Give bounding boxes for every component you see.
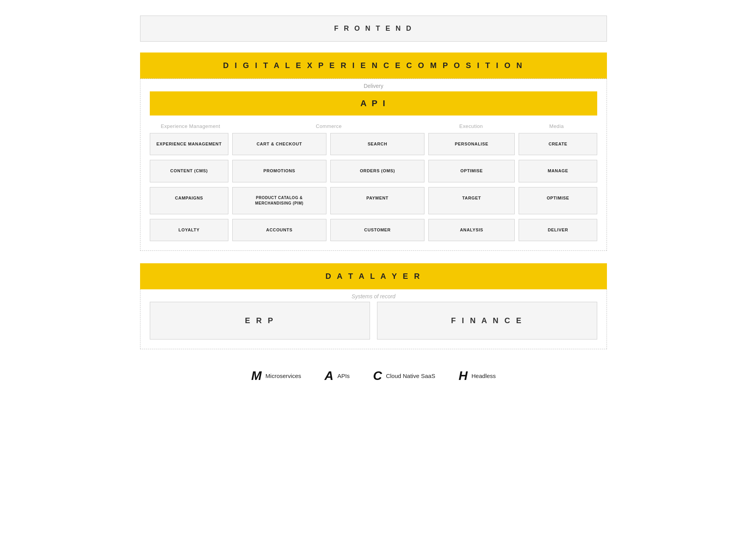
service-create[interactable]: CREATE xyxy=(519,133,597,155)
api-banner: A P I xyxy=(150,91,597,116)
page-wrapper: F R O N T E N D D I G I T A L E X P E R … xyxy=(140,16,607,391)
finance-box: F I N A N C E xyxy=(377,302,597,340)
service-customer[interactable]: CUSTOMER xyxy=(330,219,424,241)
frontend-box: F R O N T E N D xyxy=(140,16,607,42)
mach-legend: M Microservices A APIs C Cloud Native Sa… xyxy=(140,369,607,383)
mach-label-microservices: Microservices xyxy=(265,373,301,379)
mach-item-apis: A APIs xyxy=(324,369,350,383)
col-header-commerce: Commerce xyxy=(231,123,426,129)
service-orders-oms[interactable]: ORDERS (OMS) xyxy=(330,160,424,182)
service-accounts[interactable]: ACCOUNTS xyxy=(232,219,326,241)
mach-item-microservices: M Microservices xyxy=(251,369,301,383)
dxc-label: D I G I T A L E X P E R I E N C E C O M … xyxy=(223,61,524,70)
service-loyalty[interactable]: LOYALTY xyxy=(150,219,228,241)
service-experience-management[interactable]: EXPERIENCE MANAGEMENT xyxy=(150,133,228,155)
mach-letter-a: A xyxy=(324,369,333,383)
service-deliver[interactable]: DELIVER xyxy=(519,219,597,241)
service-optimise-1[interactable]: OPTIMISE xyxy=(428,160,515,182)
mach-label-apis: APIs xyxy=(337,373,350,379)
service-manage[interactable]: MANAGE xyxy=(519,160,597,182)
service-content-cms[interactable]: CONTENT (CMS) xyxy=(150,160,228,182)
col-header-media: Media xyxy=(516,123,597,129)
service-personalise[interactable]: PERSONALISE xyxy=(428,133,515,155)
erp-box: E R P xyxy=(150,302,370,340)
systems-section: Systems of record E R P F I N A N C E xyxy=(140,289,607,349)
service-analysis[interactable]: ANALYSIS xyxy=(428,219,515,241)
service-target[interactable]: TARGET xyxy=(428,187,515,214)
services-row-2: CONTENT (CMS) PROMOTIONS ORDERS (OMS) OP… xyxy=(140,160,607,182)
mach-letter-h: H xyxy=(459,369,468,383)
service-campaigns[interactable]: CAMPAIGNS xyxy=(150,187,228,214)
mach-label-headless: Headless xyxy=(472,373,496,379)
col-header-execution: Execution xyxy=(426,123,516,129)
service-optimise-2[interactable]: OPTIMISE xyxy=(519,187,597,214)
mach-item-headless: H Headless xyxy=(459,369,496,383)
erp-finance-row: E R P F I N A N C E xyxy=(140,302,607,349)
delivery-label: Delivery xyxy=(140,79,607,89)
mach-letter-m: M xyxy=(251,369,262,383)
service-payment[interactable]: PAYMENT xyxy=(330,187,424,214)
data-layer-label: D A T A L A Y E R xyxy=(325,272,421,280)
mach-item-cloud-native: C Cloud Native SaaS xyxy=(373,369,435,383)
dashed-section: Delivery A P I Experience Management Com… xyxy=(140,79,607,251)
api-label: A P I xyxy=(360,98,387,108)
systems-label: Systems of record xyxy=(140,289,607,302)
col-header-exp-mgmt: Experience Management xyxy=(150,123,231,129)
data-layer-banner: D A T A L A Y E R xyxy=(140,263,607,289)
finance-label: F I N A N C E xyxy=(451,316,523,325)
services-row-3: CAMPAIGNS PRODUCT CATALOG &MERCHANDISING… xyxy=(140,187,607,214)
mach-label-cloud-native: Cloud Native SaaS xyxy=(386,373,435,379)
service-cart-checkout[interactable]: CART & CHECKOUT xyxy=(232,133,326,155)
services-row-1: EXPERIENCE MANAGEMENT CART & CHECKOUT SE… xyxy=(140,133,607,155)
service-product-catalog[interactable]: PRODUCT CATALOG &MERCHANDISING (PIM) xyxy=(232,187,326,214)
dxc-banner: D I G I T A L E X P E R I E N C E C O M … xyxy=(140,52,607,79)
col-headers: Experience Management Commerce Execution… xyxy=(140,123,607,129)
mach-letter-c: C xyxy=(373,369,382,383)
service-search[interactable]: SEARCH xyxy=(330,133,424,155)
frontend-label: F R O N T E N D xyxy=(334,24,413,32)
service-promotions[interactable]: PROMOTIONS xyxy=(232,160,326,182)
services-row-4: LOYALTY ACCOUNTS CUSTOMER ANALYSIS DELIV… xyxy=(140,219,607,241)
erp-label: E R P xyxy=(245,316,275,325)
